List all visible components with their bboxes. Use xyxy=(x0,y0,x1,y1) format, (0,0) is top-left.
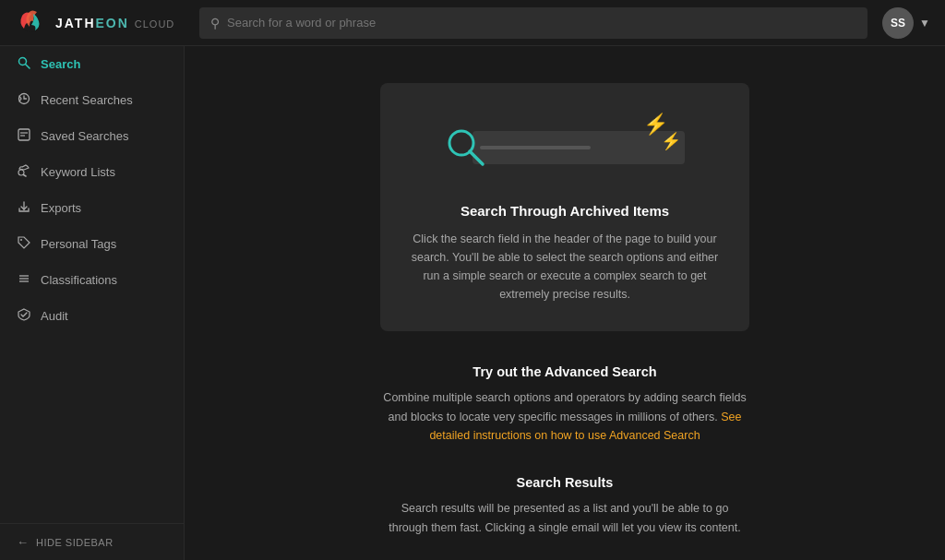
search-results-title: Search Results xyxy=(380,475,749,490)
sidebar-item-label: Audit xyxy=(41,309,68,323)
sidebar-item-label: Saved Searches xyxy=(41,129,128,143)
logo-text: JATHEON CLOUD xyxy=(55,15,174,31)
svg-point-10 xyxy=(20,239,22,241)
recent-searches-icon xyxy=(17,92,31,108)
sidebar-item-label: Classifications xyxy=(41,273,117,287)
sidebar-item-keyword-lists[interactable]: Keyword Lists xyxy=(0,154,184,190)
hide-sidebar-label: HIDE SIDEBAR xyxy=(36,537,114,548)
user-menu[interactable]: SS ▼ xyxy=(882,7,930,39)
hero-card: ⚡ ⚡ Search Through Archived Items Click … xyxy=(380,83,749,331)
saved-searches-icon xyxy=(17,128,31,144)
lightning-icon-2: ⚡ xyxy=(661,131,681,151)
advanced-search-description: Combine multiple search options and oper… xyxy=(380,388,749,446)
sidebar-item-personal-tags[interactable]: Personal Tags xyxy=(0,226,184,262)
logo: JATHEON CLOUD xyxy=(15,6,199,40)
sidebar-item-saved-searches[interactable]: Saved Searches xyxy=(0,118,184,154)
magnify-icon xyxy=(445,126,487,169)
avatar[interactable]: SS xyxy=(882,7,914,39)
main-layout: Search Recent Searches Saved Searches Ke… xyxy=(0,46,945,560)
exports-icon xyxy=(17,200,31,216)
advanced-search-title: Try out the Advanced Search xyxy=(380,364,749,379)
hide-sidebar-icon: ← xyxy=(17,535,29,549)
svg-rect-4 xyxy=(18,129,30,140)
hero-illustration: ⚡ ⚡ xyxy=(445,111,685,185)
svg-line-2 xyxy=(26,65,30,69)
sidebar-item-label: Personal Tags xyxy=(41,237,116,251)
classifications-icon xyxy=(17,272,31,288)
sidebar-item-recent-searches[interactable]: Recent Searches xyxy=(0,82,184,118)
search-nav-icon xyxy=(17,56,31,72)
chevron-down-icon: ▼ xyxy=(919,17,930,30)
hero-description: Click the search field in the header of … xyxy=(408,230,722,304)
sidebar-item-classifications[interactable]: Classifications xyxy=(0,262,184,298)
search-results-description: Search results will be presented as a li… xyxy=(380,499,749,537)
hide-sidebar-button[interactable]: ← HIDE SIDEBAR xyxy=(0,523,184,560)
sidebar-item-search[interactable]: Search xyxy=(0,46,184,82)
sidebar: Search Recent Searches Saved Searches Ke… xyxy=(0,46,185,560)
svg-line-8 xyxy=(24,175,27,177)
logo-icon xyxy=(15,6,48,40)
content-area: ⚡ ⚡ Search Through Archived Items Click … xyxy=(185,46,945,560)
sidebar-item-label: Search xyxy=(41,57,80,71)
search-icon: ⚲ xyxy=(210,16,220,30)
sidebar-item-label: Exports xyxy=(41,201,81,215)
search-results-section: Search Results Search results will be pr… xyxy=(380,475,749,537)
sidebar-item-audit[interactable]: Audit xyxy=(0,298,184,334)
header-search-bar[interactable]: ⚲ xyxy=(199,7,867,39)
sidebar-item-label: Recent Searches xyxy=(41,93,133,107)
header: JATHEON CLOUD ⚲ SS ▼ xyxy=(0,0,945,46)
audit-icon xyxy=(17,308,31,324)
personal-tags-icon xyxy=(17,236,31,252)
hero-title: Search Through Archived Items xyxy=(461,203,669,219)
sidebar-item-exports[interactable]: Exports xyxy=(0,190,184,226)
advanced-search-section: Try out the Advanced Search Combine mult… xyxy=(380,364,749,446)
keyword-lists-icon xyxy=(17,164,31,180)
search-input[interactable] xyxy=(227,16,856,30)
svg-line-15 xyxy=(470,151,483,164)
sidebar-item-label: Keyword Lists xyxy=(41,165,115,179)
